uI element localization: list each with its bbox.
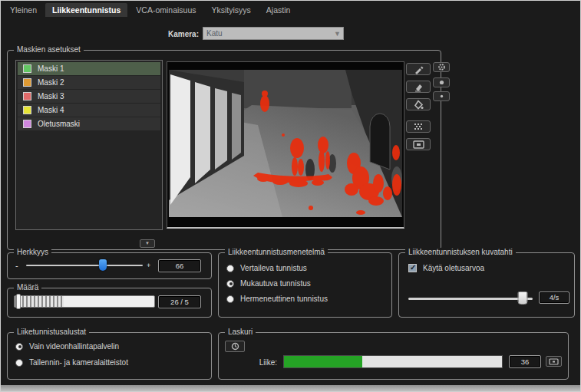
motion-detection-window: Yleinen Liikkeentunnistus VCA-ominaisuus… — [0, 0, 581, 392]
method-option-label: Hermeneuttinen tunnistus — [240, 295, 328, 303]
tool-option-gear-button[interactable] — [433, 62, 450, 72]
sensitivity-value: 66 — [158, 259, 201, 272]
mask-list-item-default[interactable]: Oletusmaski — [18, 117, 160, 130]
chevron-down-icon: ▼ — [334, 28, 341, 40]
mask-list: Maski 1 Maski 2 Maski 3 Maski 4 Oletusma… — [15, 60, 163, 230]
slider-minus-label[interactable]: - — [15, 262, 18, 269]
method-option-label: Mukautuva tunnistus — [240, 279, 311, 288]
amount-value: 26 / 5 — [158, 295, 201, 308]
mask-label: Maski 2 — [38, 78, 64, 87]
mask-list-item-1[interactable]: Maski 1 — [18, 62, 160, 75]
draw-tool-button[interactable] — [406, 63, 431, 75]
platform-option-vms-server[interactable]: Vain videonhallintapalvelin — [15, 342, 119, 351]
clock-icon — [231, 342, 239, 351]
motion-level-fill — [284, 356, 362, 367]
counter-display-button[interactable] — [546, 356, 562, 367]
tab-bar: Yleinen Liikkeentunnistus VCA-ominaisuus… — [3, 3, 297, 17]
radio-icon — [226, 295, 234, 303]
framerate-group: Liikkeentunnistuksen kuvatahti Käytä ole… — [398, 252, 575, 318]
mask-color-swatch — [23, 106, 31, 114]
method-option-adaptive[interactable]: Mukautuva tunnistus — [226, 279, 311, 288]
mask-label: Oletusmaski — [38, 120, 80, 128]
platform-option-recorder-camera[interactable]: Tallennin- ja kameralaitteistot — [15, 358, 128, 367]
pattern-tool-button[interactable] — [406, 120, 431, 133]
fill-tool-button[interactable] — [406, 98, 431, 110]
mask-color-swatch — [23, 78, 31, 87]
sensitivity-group: Herkkyys - + 66 — [7, 252, 212, 279]
framerate-value: 4/s — [539, 292, 569, 304]
method-option-label: Vertaileva tunnistus — [240, 264, 307, 272]
method-option-comparative[interactable]: Vertaileva tunnistus — [226, 264, 307, 272]
counter-title: Laskuri — [225, 328, 256, 336]
method-option-hermeneutic[interactable]: Hermeneuttinen tunnistus — [226, 295, 328, 303]
paint-bucket-icon — [414, 100, 424, 110]
mask-list-item-4[interactable]: Maski 4 — [18, 104, 160, 117]
camera-label: Kamera: — [124, 30, 199, 38]
camera-select-value: Katu — [206, 29, 223, 38]
mask-color-swatch — [23, 64, 31, 73]
mask-label: Maski 1 — [38, 64, 64, 73]
framerate-slider-thumb[interactable] — [518, 292, 528, 305]
monitor-icon — [549, 358, 559, 365]
radio-icon — [15, 359, 23, 367]
pencil-icon — [414, 64, 424, 74]
preview-tool-button[interactable] — [406, 138, 431, 150]
detection-method-group: Liikkeentunnistusmenetelmä Vertaileva tu… — [218, 252, 392, 318]
motion-level-label: Liike: — [256, 358, 277, 367]
mask-color-swatch — [23, 120, 31, 128]
tab-ajastin[interactable]: Ajastin — [259, 3, 298, 17]
counter-group: Laskuri Liike: 36 — [218, 332, 569, 380]
window-bottom-edge — [1, 385, 580, 391]
use-default-checkbox-row[interactable]: Käytä oletusarvoa — [408, 264, 484, 272]
tab-vca-ominaisuus[interactable]: VCA-ominaisuus — [129, 3, 203, 17]
camera-preview-image — [167, 62, 404, 226]
dot-small-icon — [437, 92, 446, 100]
checkbox-checked-icon — [408, 264, 417, 272]
platforms-title: Liiketunnistusalustat — [14, 328, 89, 336]
camera-preview[interactable] — [167, 61, 404, 229]
tab-liikkeentunnistus[interactable]: Liikkeentunnistus — [45, 3, 127, 17]
platforms-group: Liiketunnistusalustat Vain videonhallint… — [7, 332, 212, 380]
counter-timer-button[interactable] — [225, 341, 245, 352]
mask-settings-title: Maskien asetukset — [14, 45, 84, 54]
amount-level-meter — [14, 295, 155, 308]
amount-title: Määrä — [14, 283, 41, 292]
mask-list-collapse-button[interactable]: ▼ — [140, 239, 155, 248]
tab-yksityisyys[interactable]: Yksityisyys — [205, 3, 258, 17]
tab-yleinen[interactable]: Yleinen — [3, 3, 44, 17]
tool-option-small-button[interactable] — [433, 91, 450, 101]
grid-pattern-icon — [413, 122, 424, 131]
platform-option-label: Vain videonhallintapalvelin — [29, 342, 119, 351]
mask-color-swatch — [23, 92, 31, 100]
monitor-icon — [413, 140, 424, 149]
mask-list-item-3[interactable]: Maski 3 — [18, 90, 160, 103]
mask-label: Maski 4 — [38, 106, 64, 114]
amount-group: Määrä 26 / 5 — [7, 288, 212, 318]
eraser-icon — [414, 82, 424, 92]
framerate-slider[interactable] — [408, 298, 533, 300]
mask-list-item-2[interactable]: Maski 2 — [18, 76, 160, 89]
mask-settings-group: Maskien asetukset Maski 1 Maski 2 Maski … — [7, 50, 441, 250]
radio-selected-icon — [226, 280, 234, 288]
erase-tool-button[interactable] — [406, 81, 431, 93]
gear-icon — [437, 63, 446, 71]
detection-method-title: Liikkeentunnistusmenetelmä — [225, 248, 328, 256]
amount-level-fill — [15, 296, 64, 307]
sensitivity-slider-thumb[interactable] — [99, 259, 107, 271]
radio-selected-icon — [15, 343, 23, 351]
dot-medium-icon — [437, 78, 446, 87]
use-default-label: Käytä oletusarvoa — [423, 264, 484, 272]
motion-level-value: 36 — [509, 355, 541, 368]
sensitivity-slider[interactable] — [26, 265, 143, 266]
amount-threshold-thumb[interactable] — [16, 294, 21, 309]
tool-option-medium-button[interactable] — [433, 77, 450, 87]
radio-icon — [226, 265, 234, 272]
camera-select[interactable]: Katu ▼ — [203, 27, 344, 40]
motion-level-bar — [283, 355, 503, 368]
mask-label: Maski 3 — [38, 92, 64, 100]
platform-option-label: Tallennin- ja kameralaitteistot — [29, 358, 128, 367]
sensitivity-title: Herkkyys — [14, 248, 51, 256]
slider-plus-label[interactable]: + — [147, 262, 150, 269]
framerate-title: Liikkeentunnistuksen kuvatahti — [405, 248, 516, 256]
